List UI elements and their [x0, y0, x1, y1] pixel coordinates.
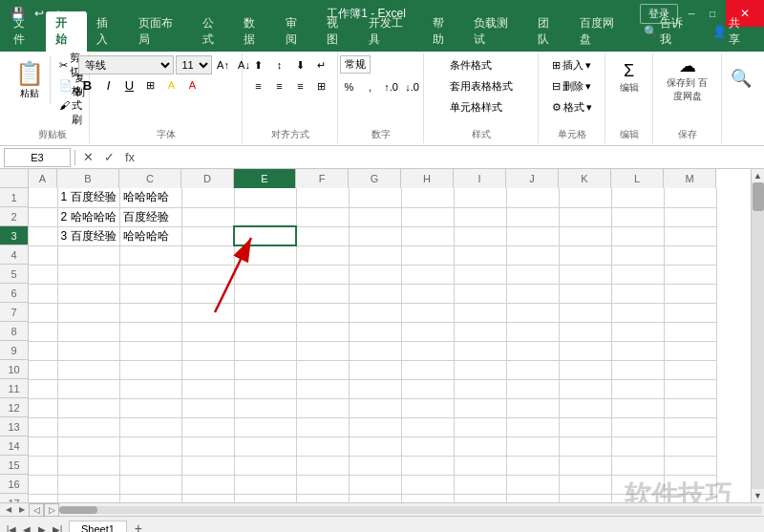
cell-j5[interactable] [506, 265, 559, 284]
cell-j10[interactable] [506, 360, 559, 379]
cell-c14[interactable] [119, 436, 181, 456]
row-header-5[interactable]: 5 [0, 265, 28, 284]
cell-l7[interactable] [611, 303, 664, 322]
cell-k9[interactable] [559, 341, 611, 360]
tab-insert[interactable]: 插入 [87, 11, 129, 52]
col-header-g[interactable]: G [349, 169, 401, 188]
scroll-nav-left[interactable]: ◁ [29, 503, 44, 517]
col-header-h[interactable]: H [401, 169, 454, 188]
cell-l1[interactable] [611, 188, 664, 207]
cell-a17[interactable] [29, 494, 57, 502]
cell-k2[interactable] [559, 207, 611, 226]
cell-h2[interactable] [401, 207, 454, 226]
cell-c16[interactable] [119, 475, 181, 494]
cell-b1[interactable]: 1 百度经验 [57, 188, 119, 207]
function-button[interactable]: fx [121, 149, 138, 166]
cell-j8[interactable] [506, 322, 559, 341]
cell-i6[interactable] [454, 284, 506, 303]
cell-i15[interactable] [454, 456, 506, 475]
cell-m6[interactable] [664, 284, 716, 303]
cell-b14[interactable] [57, 436, 119, 456]
cell-d8[interactable] [181, 322, 234, 341]
cell-h13[interactable] [401, 417, 454, 436]
cell-i3[interactable] [454, 226, 506, 245]
cell-e17[interactable] [234, 494, 296, 502]
right-align-button[interactable]: ≡ [291, 76, 310, 96]
percent-button[interactable]: % [340, 77, 359, 96]
cell-c9[interactable] [119, 341, 181, 360]
italic-button[interactable]: I [99, 75, 118, 95]
tab-load-test[interactable]: 负载测试 [464, 11, 528, 52]
add-sheet-button[interactable]: + [129, 520, 148, 532]
cell-f4[interactable] [296, 245, 349, 265]
cell-d9[interactable] [181, 341, 234, 360]
left-align-button[interactable]: ≡ [249, 76, 268, 96]
cell-i14[interactable] [454, 436, 506, 456]
cell-b3[interactable]: 3 百度经验 [57, 226, 119, 245]
cell-e11[interactable] [234, 379, 296, 398]
row-header-4[interactable]: 4 [0, 245, 28, 265]
cell-g10[interactable] [349, 360, 401, 379]
confirm-formula-button[interactable]: ✓ [100, 149, 117, 166]
cell-k3[interactable] [559, 226, 611, 245]
conditional-format-button[interactable]: 条件格式 [447, 55, 495, 74]
cell-m8[interactable] [664, 322, 716, 341]
row-header-8[interactable]: 8 [0, 322, 28, 341]
cell-i9[interactable] [454, 341, 506, 360]
cell-f15[interactable] [296, 456, 349, 475]
cell-i7[interactable] [454, 303, 506, 322]
cell-d11[interactable] [181, 379, 234, 398]
cell-d17[interactable] [181, 494, 234, 502]
cell-a10[interactable] [29, 360, 57, 379]
cell-f2[interactable] [296, 207, 349, 226]
paste-button[interactable]: 📋 粘贴 [10, 55, 51, 105]
center-align-button[interactable]: ≡ [270, 76, 289, 96]
dec-up-button[interactable]: ↑.0 [382, 77, 401, 96]
cell-k1[interactable] [559, 188, 611, 207]
cell-e5[interactable] [234, 265, 296, 284]
cell-g3[interactable] [349, 226, 401, 245]
fill-color-button[interactable]: A [162, 75, 181, 95]
cell-h11[interactable] [401, 379, 454, 398]
cell-i4[interactable] [454, 245, 506, 265]
col-header-e[interactable]: E [234, 169, 296, 188]
cell-c5[interactable] [119, 265, 181, 284]
row-header-10[interactable]: 10 [0, 360, 28, 379]
cell-f8[interactable] [296, 322, 349, 341]
cell-d16[interactable] [181, 475, 234, 494]
sheet-tab-1[interactable]: Sheet1 [69, 521, 127, 532]
dec-down-button[interactable]: ↓.0 [403, 77, 422, 96]
tab-team[interactable]: 团队 [528, 11, 570, 52]
cell-f13[interactable] [296, 417, 349, 436]
cell-h16[interactable] [401, 475, 454, 494]
insert-button[interactable]: ⊞ 插入 ▾ [549, 55, 594, 74]
cell-g9[interactable] [349, 341, 401, 360]
number-format-select[interactable]: 常规 [340, 55, 371, 74]
sheet-nav-last[interactable]: ▶| [50, 521, 65, 532]
cell-f17[interactable] [296, 494, 349, 502]
cell-f6[interactable] [296, 284, 349, 303]
cell-d3[interactable] [181, 226, 234, 245]
cell-d12[interactable] [181, 398, 234, 417]
cell-f11[interactable] [296, 379, 349, 398]
col-header-i[interactable]: I [454, 169, 506, 188]
sheet-nav-next[interactable]: ▶ [34, 521, 50, 532]
cell-e1[interactable] [234, 188, 296, 207]
cell-g5[interactable] [349, 265, 401, 284]
save-cloud-button[interactable]: ☁ 保存到 百度网盘 [659, 55, 715, 105]
tab-home[interactable]: 开始 [46, 11, 88, 52]
cell-c15[interactable] [119, 456, 181, 475]
cell-c7[interactable] [119, 303, 181, 322]
cell-g12[interactable] [349, 398, 401, 417]
cell-i5[interactable] [454, 265, 506, 284]
cell-a5[interactable] [29, 265, 57, 284]
cell-j2[interactable] [506, 207, 559, 226]
cell-k7[interactable] [559, 303, 611, 322]
cell-l5[interactable] [611, 265, 664, 284]
cell-e3[interactable] [234, 226, 296, 245]
cell-f9[interactable] [296, 341, 349, 360]
cell-c2[interactable]: 百度经验 [119, 207, 181, 226]
cell-l6[interactable] [611, 284, 664, 303]
scroll-track-h[interactable] [59, 506, 762, 514]
scroll-up-button[interactable]: ▲ [752, 169, 765, 182]
